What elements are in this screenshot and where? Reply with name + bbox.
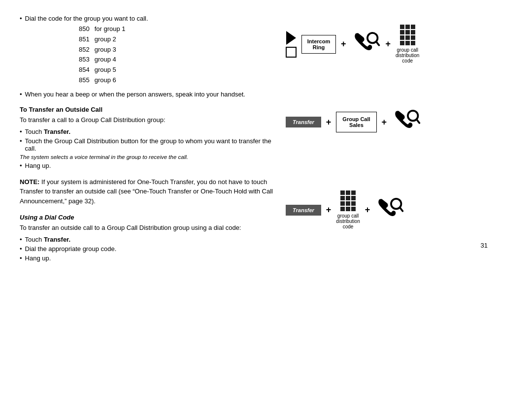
right-column: Intercom Ring + + — [286, 15, 493, 264]
diagram2: Transfer + Group Call Sales + — [286, 108, 493, 136]
plus4: + — [382, 117, 387, 127]
hang-up-bullet: • Hang up. — [20, 162, 276, 169]
hang-up-bullet2: • Hang up. — [20, 254, 276, 262]
system-selects-italic: The system selects a voice terminal in t… — [20, 154, 276, 160]
play-icon — [286, 31, 296, 45]
plus6: + — [365, 205, 370, 215]
keypad-label-1: group calldistributioncode — [396, 47, 419, 63]
note-block: NOTE: If your system is administered for… — [20, 177, 276, 206]
group-call-sales-button: Group Call Sales — [336, 112, 376, 132]
diagram1: Intercom Ring + + — [286, 25, 493, 63]
touch-transfer-bullet: • Touch Transfer. — [20, 128, 276, 135]
intercom-ring-button: Intercom Ring — [301, 35, 336, 54]
svg-line-1 — [376, 41, 379, 45]
keypad-icon-1 — [400, 25, 415, 45]
keypad-icon-2 — [340, 190, 356, 211]
transfer-outside-heading: To Transfer an Outside Call — [20, 106, 276, 113]
group-codes-table: 850for group 1 851group 2 852group 3 853… — [79, 24, 131, 86]
answer-bullet: • When you hear a beep or when the perso… — [20, 90, 276, 99]
plus2: + — [386, 39, 391, 49]
touch-group-bullet: • Touch the Group Call Distribution butt… — [20, 137, 276, 152]
page-number: 31 — [481, 242, 488, 249]
keypad-item-2: group calldistributioncode — [336, 190, 360, 229]
dial-code-bullet: • Dial the appropriate group code. — [20, 245, 276, 253]
left-column: • Dial the code for the group you want t… — [20, 15, 276, 264]
handset-icon-2 — [392, 108, 421, 136]
group-codes: 850for group 1 851group 2 852group 3 853… — [79, 24, 276, 86]
handset-icon-3 — [375, 196, 404, 224]
square-icon — [286, 47, 297, 58]
transfer-button-2: Transfer — [286, 117, 321, 127]
intro-bullet: • Dial the code for the group you want t… — [20, 15, 276, 22]
play-square-icons — [286, 31, 297, 58]
svg-line-3 — [417, 119, 420, 123]
touch-transfer-bullet2: • Touch Transfer. — [20, 236, 276, 243]
transfer-button-3: Transfer — [286, 205, 321, 216]
plus5: + — [326, 205, 332, 215]
dial-code-heading: Using a Dial Code — [20, 214, 276, 221]
plus1: + — [341, 39, 346, 49]
transfer-outside-intro: To transfer a call to a Group Call Distr… — [20, 115, 276, 125]
keypad-label-2: group calldistributioncode — [336, 213, 360, 229]
handset-icon-1 — [351, 30, 381, 59]
svg-line-5 — [400, 207, 403, 211]
dial-code-intro: To transfer an outside call to a Group C… — [20, 223, 276, 233]
keypad-item-1: group calldistributioncode — [396, 25, 419, 63]
diagram3: Transfer + group calldistributioncode + — [286, 190, 493, 229]
plus3: + — [326, 117, 332, 127]
